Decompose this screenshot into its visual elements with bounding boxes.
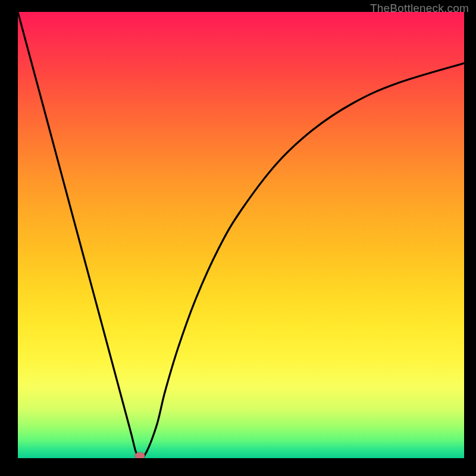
chart-frame: TheBottleneck.com <box>0 0 476 476</box>
curve-path <box>18 12 464 458</box>
watermark-text: TheBottleneck.com <box>370 2 469 15</box>
min-point-marker <box>134 452 145 458</box>
bottleneck-curve <box>18 12 464 458</box>
plot-area <box>18 12 464 458</box>
